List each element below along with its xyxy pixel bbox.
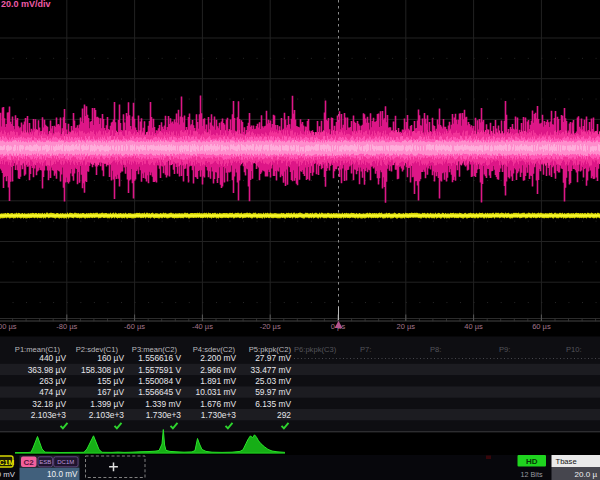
svg-text:1.730e+3: 1.730e+3 bbox=[201, 410, 237, 420]
svg-text:160 µV: 160 µV bbox=[97, 353, 124, 363]
svg-text:40 µs: 40 µs bbox=[464, 322, 483, 331]
svg-text:2.966 mV: 2.966 mV bbox=[200, 365, 236, 375]
svg-text:440 µV: 440 µV bbox=[39, 353, 66, 363]
svg-text:20.0 µ: 20.0 µ bbox=[575, 470, 598, 479]
svg-text:ESB: ESB bbox=[39, 459, 51, 465]
svg-text:P10:: P10: bbox=[566, 345, 582, 354]
svg-text:2.103e+3: 2.103e+3 bbox=[31, 410, 67, 420]
svg-text:20.0 mV/div: 20.0 mV/div bbox=[1, 0, 51, 9]
svg-text:HD: HD bbox=[526, 457, 538, 466]
svg-text:27.97 mV: 27.97 mV bbox=[255, 353, 291, 363]
svg-text:60 µs: 60 µs bbox=[532, 322, 551, 331]
svg-text:-40 µs: -40 µs bbox=[192, 322, 213, 331]
svg-text:-80 µs: -80 µs bbox=[56, 322, 77, 331]
svg-text:167 µV: 167 µV bbox=[97, 387, 124, 397]
svg-text:-100 µs: -100 µs bbox=[0, 322, 17, 331]
svg-text:1.550084 V: 1.550084 V bbox=[138, 376, 181, 386]
svg-text:-60 µs: -60 µs bbox=[124, 322, 145, 331]
svg-text:20 µs: 20 µs bbox=[397, 322, 416, 331]
svg-text:1.891 mV: 1.891 mV bbox=[200, 376, 236, 386]
svg-text:158.308 µV: 158.308 µV bbox=[81, 365, 124, 375]
svg-text:0 mV: 0 mV bbox=[0, 470, 16, 479]
svg-text:P6:pkpk(C3): P6:pkpk(C3) bbox=[294, 345, 337, 354]
svg-text:1.730e+3: 1.730e+3 bbox=[146, 410, 182, 420]
svg-text:155 µV: 155 µV bbox=[97, 376, 124, 386]
svg-text:474 µV: 474 µV bbox=[39, 387, 66, 397]
svg-text:32.18 µV: 32.18 µV bbox=[32, 399, 66, 409]
svg-text:1.557591 V: 1.557591 V bbox=[138, 365, 181, 375]
svg-text:12 Bits: 12 Bits bbox=[521, 470, 543, 479]
svg-text:2.103e+3: 2.103e+3 bbox=[89, 410, 125, 420]
svg-text:6.135 mV: 6.135 mV bbox=[255, 399, 291, 409]
svg-text:1.339 mV: 1.339 mV bbox=[145, 399, 181, 409]
svg-text:59.97 mV: 59.97 mV bbox=[255, 387, 291, 397]
svg-text:2.200 mV: 2.200 mV bbox=[200, 353, 236, 363]
svg-text:P9:: P9: bbox=[499, 345, 510, 354]
svg-text:C2: C2 bbox=[24, 458, 35, 467]
svg-text:DC1M: DC1M bbox=[57, 459, 74, 465]
svg-text:33.477 mV: 33.477 mV bbox=[250, 365, 291, 375]
svg-text:292: 292 bbox=[277, 410, 291, 420]
svg-text:10.031 mV: 10.031 mV bbox=[195, 387, 236, 397]
svg-text:10.0 mV: 10.0 mV bbox=[47, 470, 78, 479]
svg-text:P7:: P7: bbox=[360, 345, 371, 354]
svg-text:25.03 mV: 25.03 mV bbox=[255, 376, 291, 386]
svg-text:1.556616 V: 1.556616 V bbox=[138, 353, 181, 363]
svg-text:P8:: P8: bbox=[430, 345, 441, 354]
svg-text:-20 µs: -20 µs bbox=[260, 322, 281, 331]
svg-text:1.556645 V: 1.556645 V bbox=[138, 387, 181, 397]
svg-text:C1M: C1M bbox=[0, 458, 14, 467]
svg-text:1.399 µV: 1.399 µV bbox=[90, 399, 124, 409]
svg-text:1.676 mV: 1.676 mV bbox=[200, 399, 236, 409]
svg-text:Tbase: Tbase bbox=[556, 457, 577, 466]
svg-text:363.98 µV: 363.98 µV bbox=[28, 365, 67, 375]
svg-text:263 µV: 263 µV bbox=[39, 376, 66, 386]
